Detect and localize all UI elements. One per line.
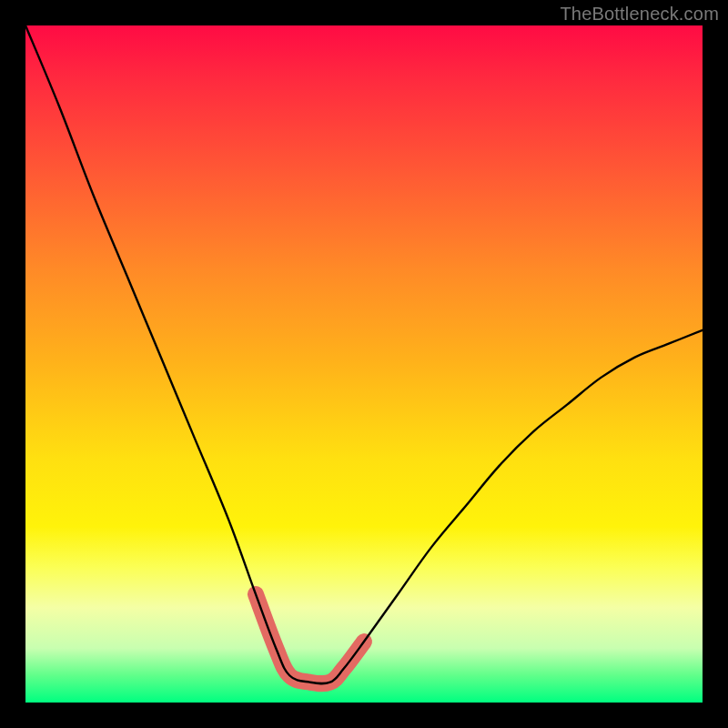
- chart-svg: [25, 25, 703, 703]
- bottleneck-curve-line: [25, 25, 703, 683]
- watermark-text: TheBottleneck.com: [560, 4, 719, 25]
- chart-frame: TheBottleneck.com: [0, 0, 728, 728]
